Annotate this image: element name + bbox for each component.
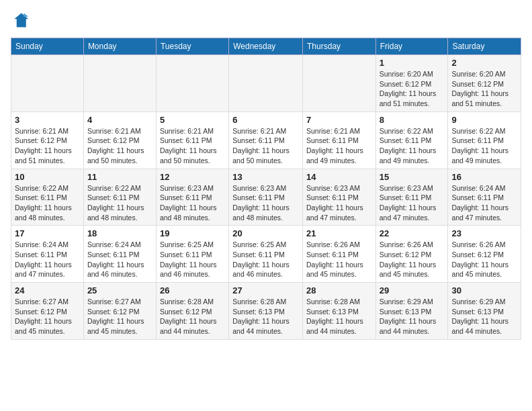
calendar-cell: 12Sunrise: 6:23 AM Sunset: 6:11 PM Dayli… bbox=[156, 169, 228, 226]
weekday-header: Tuesday bbox=[156, 38, 228, 55]
day-info: Sunrise: 6:24 AM Sunset: 6:11 PM Dayligh… bbox=[87, 240, 152, 279]
weekday-header: Friday bbox=[375, 38, 448, 55]
day-number: 18 bbox=[87, 228, 152, 238]
day-info: Sunrise: 6:22 AM Sunset: 6:11 PM Dayligh… bbox=[380, 126, 445, 166]
day-number: 5 bbox=[160, 115, 225, 125]
calendar-week-row: 1Sunrise: 6:20 AM Sunset: 6:12 PM Daylig… bbox=[11, 55, 521, 112]
calendar-cell: 19Sunrise: 6:25 AM Sunset: 6:11 PM Dayli… bbox=[156, 226, 228, 283]
day-info: Sunrise: 6:22 AM Sunset: 6:11 PM Dayligh… bbox=[15, 183, 80, 223]
day-info: Sunrise: 6:23 AM Sunset: 6:11 PM Dayligh… bbox=[232, 183, 299, 223]
day-info: Sunrise: 6:23 AM Sunset: 6:11 PM Dayligh… bbox=[160, 183, 225, 223]
weekday-header-row: SundayMondayTuesdayWednesdayThursdayFrid… bbox=[11, 38, 521, 55]
day-number: 11 bbox=[87, 172, 152, 182]
calendar-cell: 13Sunrise: 6:23 AM Sunset: 6:11 PM Dayli… bbox=[229, 169, 303, 226]
calendar-cell: 23Sunrise: 6:26 AM Sunset: 6:12 PM Dayli… bbox=[448, 226, 521, 283]
day-info: Sunrise: 6:26 AM Sunset: 6:12 PM Dayligh… bbox=[451, 240, 517, 279]
weekday-header: Sunday bbox=[11, 38, 84, 55]
calendar-cell: 4Sunrise: 6:21 AM Sunset: 6:12 PM Daylig… bbox=[83, 111, 156, 169]
calendar-cell bbox=[83, 55, 156, 112]
day-number: 20 bbox=[232, 228, 299, 238]
day-number: 7 bbox=[306, 115, 372, 125]
day-number: 6 bbox=[232, 115, 299, 125]
calendar-cell: 29Sunrise: 6:29 AM Sunset: 6:13 PM Dayli… bbox=[375, 283, 448, 340]
day-info: Sunrise: 6:24 AM Sunset: 6:11 PM Dayligh… bbox=[15, 240, 80, 279]
calendar-cell: 6Sunrise: 6:21 AM Sunset: 6:11 PM Daylig… bbox=[229, 111, 303, 169]
weekday-header: Wednesday bbox=[229, 38, 303, 55]
calendar-cell bbox=[156, 55, 228, 112]
day-number: 22 bbox=[380, 228, 445, 238]
calendar-cell: 11Sunrise: 6:22 AM Sunset: 6:11 PM Dayli… bbox=[83, 169, 156, 226]
day-number: 13 bbox=[232, 172, 299, 182]
calendar-cell: 22Sunrise: 6:26 AM Sunset: 6:12 PM Dayli… bbox=[375, 226, 448, 283]
day-info: Sunrise: 6:22 AM Sunset: 6:11 PM Dayligh… bbox=[451, 126, 517, 166]
day-info: Sunrise: 6:20 AM Sunset: 6:12 PM Dayligh… bbox=[451, 69, 517, 109]
calendar-cell: 7Sunrise: 6:21 AM Sunset: 6:11 PM Daylig… bbox=[303, 111, 376, 169]
day-info: Sunrise: 6:24 AM Sunset: 6:11 PM Dayligh… bbox=[451, 183, 517, 223]
day-number: 9 bbox=[451, 115, 517, 125]
day-number: 23 bbox=[451, 228, 517, 238]
page-header bbox=[11, 11, 521, 30]
calendar-cell: 18Sunrise: 6:24 AM Sunset: 6:11 PM Dayli… bbox=[83, 226, 156, 283]
calendar-cell: 8Sunrise: 6:22 AM Sunset: 6:11 PM Daylig… bbox=[375, 111, 448, 169]
logo-icon bbox=[11, 11, 30, 30]
calendar-cell bbox=[303, 55, 376, 112]
calendar-cell: 10Sunrise: 6:22 AM Sunset: 6:11 PM Dayli… bbox=[11, 169, 84, 226]
day-info: Sunrise: 6:28 AM Sunset: 6:13 PM Dayligh… bbox=[306, 297, 372, 336]
day-number: 24 bbox=[15, 285, 80, 295]
day-number: 14 bbox=[306, 172, 372, 182]
day-number: 27 bbox=[232, 285, 299, 295]
calendar-cell: 9Sunrise: 6:22 AM Sunset: 6:11 PM Daylig… bbox=[448, 111, 521, 169]
calendar-cell bbox=[229, 55, 303, 112]
calendar-cell: 16Sunrise: 6:24 AM Sunset: 6:11 PM Dayli… bbox=[448, 169, 521, 226]
day-info: Sunrise: 6:21 AM Sunset: 6:11 PM Dayligh… bbox=[160, 126, 225, 166]
calendar-cell: 3Sunrise: 6:21 AM Sunset: 6:12 PM Daylig… bbox=[11, 111, 84, 169]
day-info: Sunrise: 6:22 AM Sunset: 6:11 PM Dayligh… bbox=[87, 183, 152, 223]
day-info: Sunrise: 6:29 AM Sunset: 6:13 PM Dayligh… bbox=[451, 297, 517, 336]
calendar-cell: 26Sunrise: 6:28 AM Sunset: 6:12 PM Dayli… bbox=[156, 283, 228, 340]
day-info: Sunrise: 6:21 AM Sunset: 6:12 PM Dayligh… bbox=[87, 126, 152, 166]
day-info: Sunrise: 6:26 AM Sunset: 6:12 PM Dayligh… bbox=[380, 240, 445, 279]
day-number: 4 bbox=[87, 115, 152, 125]
day-info: Sunrise: 6:23 AM Sunset: 6:11 PM Dayligh… bbox=[306, 183, 372, 223]
day-number: 16 bbox=[451, 172, 517, 182]
calendar-cell: 1Sunrise: 6:20 AM Sunset: 6:12 PM Daylig… bbox=[375, 55, 448, 112]
day-info: Sunrise: 6:23 AM Sunset: 6:11 PM Dayligh… bbox=[380, 183, 445, 223]
day-info: Sunrise: 6:27 AM Sunset: 6:12 PM Dayligh… bbox=[87, 297, 152, 336]
day-info: Sunrise: 6:27 AM Sunset: 6:12 PM Dayligh… bbox=[15, 297, 80, 336]
weekday-header: Thursday bbox=[303, 38, 376, 55]
calendar-cell bbox=[11, 55, 84, 112]
day-number: 21 bbox=[306, 228, 372, 238]
day-number: 28 bbox=[306, 285, 372, 295]
day-info: Sunrise: 6:29 AM Sunset: 6:13 PM Dayligh… bbox=[380, 297, 445, 336]
calendar-cell: 30Sunrise: 6:29 AM Sunset: 6:13 PM Dayli… bbox=[448, 283, 521, 340]
calendar-week-row: 3Sunrise: 6:21 AM Sunset: 6:12 PM Daylig… bbox=[11, 111, 521, 169]
svg-marker-1 bbox=[24, 13, 28, 17]
logo bbox=[11, 11, 32, 30]
calendar-table: SundayMondayTuesdayWednesdayThursdayFrid… bbox=[11, 38, 521, 340]
day-number: 10 bbox=[15, 172, 80, 182]
calendar-cell: 21Sunrise: 6:26 AM Sunset: 6:11 PM Dayli… bbox=[303, 226, 376, 283]
weekday-header: Monday bbox=[83, 38, 156, 55]
day-info: Sunrise: 6:20 AM Sunset: 6:12 PM Dayligh… bbox=[380, 69, 445, 109]
day-info: Sunrise: 6:25 AM Sunset: 6:11 PM Dayligh… bbox=[232, 240, 299, 279]
calendar-cell: 5Sunrise: 6:21 AM Sunset: 6:11 PM Daylig… bbox=[156, 111, 228, 169]
weekday-header: Saturday bbox=[448, 38, 521, 55]
calendar-cell: 14Sunrise: 6:23 AM Sunset: 6:11 PM Dayli… bbox=[303, 169, 376, 226]
day-number: 1 bbox=[380, 58, 445, 68]
calendar-cell: 20Sunrise: 6:25 AM Sunset: 6:11 PM Dayli… bbox=[229, 226, 303, 283]
day-number: 12 bbox=[160, 172, 225, 182]
calendar-cell: 24Sunrise: 6:27 AM Sunset: 6:12 PM Dayli… bbox=[11, 283, 84, 340]
day-info: Sunrise: 6:28 AM Sunset: 6:13 PM Dayligh… bbox=[232, 297, 299, 336]
calendar-week-row: 24Sunrise: 6:27 AM Sunset: 6:12 PM Dayli… bbox=[11, 283, 521, 340]
day-info: Sunrise: 6:21 AM Sunset: 6:11 PM Dayligh… bbox=[306, 126, 372, 166]
calendar-week-row: 17Sunrise: 6:24 AM Sunset: 6:11 PM Dayli… bbox=[11, 226, 521, 283]
calendar-cell: 28Sunrise: 6:28 AM Sunset: 6:13 PM Dayli… bbox=[303, 283, 376, 340]
day-info: Sunrise: 6:28 AM Sunset: 6:12 PM Dayligh… bbox=[160, 297, 225, 336]
day-info: Sunrise: 6:21 AM Sunset: 6:12 PM Dayligh… bbox=[15, 126, 80, 166]
day-number: 8 bbox=[380, 115, 445, 125]
calendar-cell: 2Sunrise: 6:20 AM Sunset: 6:12 PM Daylig… bbox=[448, 55, 521, 112]
day-number: 17 bbox=[15, 228, 80, 238]
calendar-week-row: 10Sunrise: 6:22 AM Sunset: 6:11 PM Dayli… bbox=[11, 169, 521, 226]
day-info: Sunrise: 6:26 AM Sunset: 6:11 PM Dayligh… bbox=[306, 240, 372, 279]
day-number: 30 bbox=[451, 285, 517, 295]
